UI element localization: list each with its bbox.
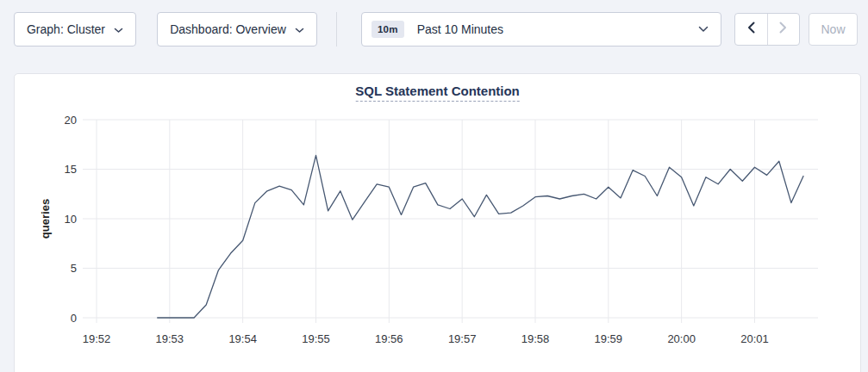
svg-text:19:58: 19:58 (521, 332, 550, 345)
svg-text:19:53: 19:53 (156, 332, 184, 345)
chevron-down-icon (114, 22, 123, 36)
svg-text:19:59: 19:59 (595, 332, 623, 345)
svg-text:10: 10 (65, 213, 77, 226)
now-button[interactable]: Now (809, 13, 858, 46)
svg-text:20: 20 (65, 114, 77, 127)
chart-card: SQL Statement Contention 19:5219:5319:54… (14, 73, 861, 372)
svg-text:19:56: 19:56 (375, 332, 403, 345)
chevron-right-icon (779, 22, 787, 37)
toolbar-divider (336, 12, 337, 46)
svg-text:queries: queries (39, 199, 52, 239)
time-shift-button-group (734, 13, 800, 46)
time-range-badge: 10m (372, 21, 404, 38)
svg-text:19:52: 19:52 (83, 332, 111, 345)
svg-text:20:01: 20:01 (740, 332, 769, 345)
time-range-picker[interactable]: 10m Past 10 Minutes (361, 12, 721, 46)
svg-text:19:57: 19:57 (448, 332, 477, 345)
svg-text:15: 15 (65, 163, 77, 176)
now-button-label: Now (821, 22, 845, 36)
sql-statement-contention-chart: 19:5219:5319:5419:5519:5619:5719:5819:59… (15, 74, 860, 371)
graph-source-dropdown[interactable]: Graph: Cluster (14, 12, 136, 46)
graph-source-label: Graph: Cluster (27, 22, 105, 36)
svg-text:5: 5 (71, 262, 77, 275)
svg-text:19:54: 19:54 (228, 332, 257, 345)
chevron-left-icon (747, 22, 755, 37)
svg-text:0: 0 (71, 312, 77, 325)
dashboard-dropdown[interactable]: Dashboard: Overview (157, 12, 317, 46)
time-range-label: Past 10 Minutes (417, 22, 503, 36)
svg-text:19:55: 19:55 (302, 332, 330, 345)
time-shift-back-button[interactable] (735, 14, 767, 45)
chevron-down-icon (295, 22, 304, 36)
metrics-toolbar: Graph: Cluster Dashboard: Overview 10m P… (14, 12, 858, 46)
chevron-down-icon (698, 26, 709, 33)
dashboard-label: Dashboard: Overview (170, 22, 286, 36)
svg-text:20:00: 20:00 (667, 332, 696, 345)
time-shift-forward-button[interactable] (767, 14, 800, 45)
